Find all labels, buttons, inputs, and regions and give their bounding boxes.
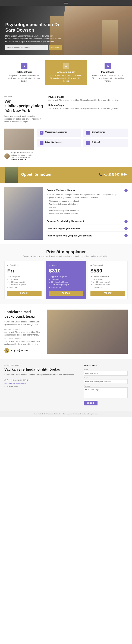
pricing-btn-professional[interactable]: FÖRSÖK <box>90 291 125 296</box>
footer-note: Sample text. Click to select the text bo… <box>0 411 132 417</box>
about-right-text-1: Sample text. Click to select the text bo… <box>48 107 128 110</box>
accordion-header-0[interactable]: Create a Webinar in Minutes − <box>47 187 128 193</box>
pricing-feature-standard-2: 30 GB bandbreddsmåls <box>49 281 83 283</box>
about-right-item-0: Psykologfrågor Sample text. Click to sel… <box>48 96 128 102</box>
pricing-subtitle: Sample text. Lorem ipsum dolor sit amet,… <box>4 255 128 257</box>
accordion-title-0: Create a Webinar in Minutes <box>47 189 75 192</box>
accordion-list-item: Egestas sed nisi neque adipiscing ut a. <box>49 203 128 206</box>
feature-item-angest: ◈ Ångeststörningar Sample text. Click to… <box>45 60 87 85</box>
contact-input-phone[interactable] <box>84 379 128 384</box>
check-icon-2: ✓ <box>40 141 44 145</box>
cta-person-image <box>5 167 18 182</box>
cta-banner: Öppet för möten 📞 +1 (234) 567-8910 <box>0 167 132 182</box>
hero-section: Psykologispecialisten Dr Sara Dowson Mor… <box>0 6 132 55</box>
benefits-sub-0: OM VÅRT ARBETE Sample text. Click to sel… <box>4 328 43 336</box>
accordion-title-3: Practical tips to help you price your pr… <box>47 234 92 237</box>
card-person-name: DR PAUL SMITH <box>11 159 34 161</box>
benefits-image <box>47 310 128 354</box>
benefits-sub-text-0: Sample text. Click to select the text bo… <box>4 331 43 336</box>
contact-textarea-message[interactable] <box>84 388 128 398</box>
pricing-feature-professional-0: Upp till 10 webbplatser <box>90 276 125 278</box>
pricing-feature-standard-0: Upp till 10 webbplatser <box>49 276 83 278</box>
accordion-item-1: Business Sustainability Management + <box>47 218 128 224</box>
pricing-feature-professional-1: 20 GB lagring <box>90 278 125 280</box>
contact-title: Kontakta oss <box>84 364 128 367</box>
contact-field-message: Message <box>84 385 128 398</box>
accordion-list-item: Test item. <box>49 206 128 209</box>
pricing-feature-basic-0: 30 webbplatser <box>7 276 42 278</box>
accordion-body-0: Interdum volutpat vulputat in pellentesq… <box>47 193 128 217</box>
feature-item-psykol: ⊕ Psykolfrågor Sample text. Click to sel… <box>87 60 129 85</box>
contact-field-phone: Phone <box>84 377 128 384</box>
pricing-feature-standard-1: 5 GB lagring <box>49 278 83 280</box>
feature-title-angest: Ångeststörningar <box>49 71 83 73</box>
pricing-feature-professional-4: 27/7 Support <box>90 286 125 288</box>
accordion-header-1[interactable]: Business Sustainability Management + <box>47 218 128 224</box>
pricing-price-professional: $530 <box>90 268 125 274</box>
accordion-header-3[interactable]: Practical tips to help you price your pr… <box>47 232 128 239</box>
pricing-plan-label-basic: ⊙ Grundläggande <box>7 264 42 267</box>
feature-title-relations: Relationsfrågor <box>7 71 42 73</box>
help-title: Vad kan vi erbjuda för ditt företag <box>4 367 78 372</box>
card-sample-text[interactable]: Sample text. Click to select the text bo… <box>11 152 34 159</box>
hamburger-line-1 <box>65 2 67 2</box>
pricing-btn-standard[interactable]: FÖRSÖK <box>49 291 83 296</box>
contact-field-name: Name <box>84 369 128 376</box>
cta-phone[interactable]: 📞 +1 (234) 567-8910 <box>99 173 127 176</box>
pricing-card-standard: ✓ Standart $310 Upp till 10 webbplatser … <box>46 261 86 299</box>
benefits-sub-tag-1: OM VÅRT ARBETE <box>4 338 43 340</box>
phone-icon-circle: 📞 <box>4 348 9 353</box>
hero-email-input[interactable] <box>5 45 48 50</box>
feature-item-relations: ♥ Relationsfrågor Sample text. Click to … <box>3 60 45 85</box>
accordion-badge-3: + <box>125 234 128 237</box>
contact-label-message: Message <box>84 385 128 387</box>
benefits-sub-text-1: Sample text. Click to select the text bo… <box>4 340 43 346</box>
pricing-section: Prissättningsplaner Sample text. Lorem i… <box>0 244 132 304</box>
pricing-feature-professional-3: 15 användare per projekt <box>90 284 125 286</box>
about-left: OM OSS Vår klinikexpertpsykolog från New… <box>4 96 43 123</box>
accordion-title-2: Learn how to grow your business <box>47 227 80 230</box>
accordion-header-2[interactable]: Learn how to grow your business + <box>47 225 128 232</box>
pricing-header: Prissättningsplaner Sample text. Lorem i… <box>4 249 128 257</box>
about-right: Psykologfrågor Sample text. Click to sel… <box>48 96 128 123</box>
check-card-2: ✓ Bästa lösningarna <box>37 139 81 147</box>
accordion-item-0: Create a Webinar in Minutes − Interdum v… <box>47 187 128 217</box>
check-label-1: Bra funktioner <box>92 131 105 133</box>
feature-title-psykol: Psykolfrågor <box>90 71 125 73</box>
check-icon-0: ✓ <box>40 131 44 134</box>
pricing-feature-professional-2: 100 GB bandbreddsmåls <box>90 281 125 283</box>
hero-title: Psykologispecialisten Dr Sara Dowson <box>5 22 62 33</box>
help-tag: Hjälp oss 24/7 <box>4 364 78 366</box>
accordion-image <box>4 187 43 240</box>
card-image-block: Sample text. Click to select the text bo… <box>4 128 34 162</box>
cta-title: Öppet för möten <box>21 172 95 177</box>
help-address-line-0: 65 Street, Network City, NY10 <box>4 379 78 382</box>
pricing-plan-label-standard: ✓ Standart <box>49 264 83 267</box>
contact-label-name: Name <box>84 369 128 371</box>
cta-text: Öppet för möten <box>21 172 95 177</box>
cards-row: Sample text. Click to select the text bo… <box>0 128 132 167</box>
benefits-text: Sample text. Click to select the text bo… <box>4 320 43 326</box>
card-image <box>4 128 34 150</box>
benefits-phone[interactable]: 📞 +1 (234) 567-8910 <box>4 348 43 353</box>
plan-icon-standard: ✓ <box>49 264 51 267</box>
pricing-feature-basic-2: 1 GB bandbreddsmåls <box>7 281 42 283</box>
hamburger-menu[interactable] <box>65 2 67 4</box>
check-label-2: Bästa lösningarna <box>45 141 62 144</box>
check-icon-1: ✓ <box>86 131 90 134</box>
hero-subtitle: Morbi aliquam ut porttitor leo a diam. A… <box>5 34 62 43</box>
pricing-feature-standard-4: 6 postsupport <box>49 286 83 288</box>
about-section: OM OSS Vår klinikexpertpsykolog från New… <box>0 90 132 128</box>
check-label-0: Obegränsade versioner <box>45 131 67 133</box>
contact-input-name[interactable] <box>84 371 128 376</box>
about-right-item-1: Relationsfrågor Sample text. Click to se… <box>48 104 128 110</box>
hero-person-right <box>102 20 118 55</box>
about-right-title-1: Relationsfrågor <box>48 104 128 106</box>
contact-submit-button[interactable]: SEND IT <box>84 401 97 406</box>
pricing-btn-basic[interactable]: FÖRSÖK <box>7 291 42 296</box>
feature-text-relations: Sample text. Click to select the text bo… <box>7 74 42 82</box>
hero-signup-button[interactable]: Sign up <box>49 45 62 50</box>
check-icon-3: ✓ <box>86 141 90 145</box>
feature-icon-angest: ◈ <box>63 63 69 70</box>
pricing-price-standard: $310 <box>49 268 83 274</box>
